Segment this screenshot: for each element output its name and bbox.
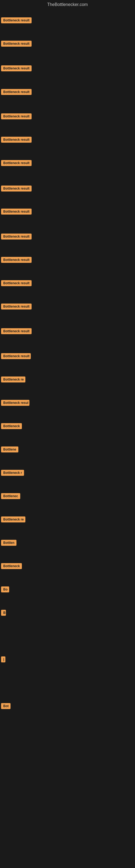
bottleneck-badge-13: Bottleneck result <box>1 328 32 335</box>
badge-label-20: Bottlenec <box>1 493 20 499</box>
bottleneck-badge-5: Bottleneck result <box>1 137 32 144</box>
badge-label-6: Bottleneck result <box>1 160 32 166</box>
bottleneck-badge-7: Bottleneck result <box>1 186 32 193</box>
bottleneck-badge-21: Bottleneck re <box>1 517 26 524</box>
badge-label-7: Bottleneck result <box>1 186 32 191</box>
bottleneck-badge-12: Bottleneck result <box>1 304 32 311</box>
badge-label-17: Bottleneck <box>1 423 22 429</box>
bottleneck-badge-24: Bo <box>1 586 9 593</box>
bottleneck-badge-9: Bottleneck result <box>1 234 32 241</box>
badge-label-1: Bottleneck result <box>1 41 32 46</box>
badge-label-19: Bottleneck r <box>1 470 24 476</box>
bottleneck-badge-8: Bottleneck result <box>1 209 32 216</box>
bottleneck-badge-22: Bottlen <box>1 540 16 547</box>
badge-label-23: Bottleneck <box>1 563 22 569</box>
badge-label-2: Bottleneck result <box>1 65 32 71</box>
badge-label-4: Bottleneck result <box>1 113 32 119</box>
badge-label-22: Bottlen <box>1 540 16 546</box>
badge-label-9: Bottleneck result <box>1 234 32 240</box>
bottleneck-badge-16: Bottleneck resul <box>1 400 30 407</box>
bottleneck-badge-25: B <box>1 610 6 617</box>
badge-label-15: Bottleneck re <box>1 376 26 382</box>
badge-label-3: Bottleneck result <box>1 89 32 95</box>
badge-label-5: Bottleneck result <box>1 137 32 143</box>
badge-label-24: Bo <box>1 586 9 592</box>
badge-label-16: Bottleneck resul <box>1 400 30 406</box>
bottleneck-badge-4: Bottleneck result <box>1 113 32 120</box>
bottleneck-badge-29: Bot <box>1 703 10 710</box>
badge-label-0: Bottleneck result <box>1 18 32 23</box>
badge-label-14: Bottleneck result <box>1 353 31 359</box>
badges-container: Bottleneck resultBottleneck resultBottle… <box>0 10 135 865</box>
bottleneck-badge-15: Bottleneck re <box>1 376 26 383</box>
bottleneck-badge-14: Bottleneck result <box>1 353 31 360</box>
badge-label-21: Bottleneck re <box>1 517 26 522</box>
bottleneck-badge-2: Bottleneck result <box>1 65 32 72</box>
bottleneck-badge-11: Bottleneck result <box>1 280 32 287</box>
badge-label-12: Bottleneck result <box>1 304 32 310</box>
bottleneck-badge-3: Bottleneck result <box>1 89 32 96</box>
badge-label-11: Bottleneck result <box>1 280 32 286</box>
badge-label-8: Bottleneck result <box>1 209 32 215</box>
badge-label-29: Bot <box>1 703 10 709</box>
site-title: TheBottlenecker.com <box>0 0 135 10</box>
bottleneck-badge-1: Bottleneck result <box>1 41 32 48</box>
bottleneck-badge-18: Bottlene <box>1 446 18 454</box>
bottleneck-badge-23: Bottleneck <box>1 563 22 570</box>
badge-label-10: Bottleneck result <box>1 257 32 263</box>
site-title-container: TheBottlenecker.com <box>0 0 135 10</box>
bottleneck-badge-10: Bottleneck result <box>1 257 32 264</box>
badge-label-25: B <box>1 610 6 616</box>
badge-label-27: | <box>1 656 5 662</box>
bottleneck-badge-0: Bottleneck result <box>1 18 32 24</box>
badge-label-13: Bottleneck result <box>1 328 32 334</box>
badge-label-18: Bottlene <box>1 446 18 453</box>
bottleneck-badge-19: Bottleneck r <box>1 470 24 477</box>
bottleneck-badge-17: Bottleneck <box>1 423 22 430</box>
bottleneck-badge-6: Bottleneck result <box>1 160 32 167</box>
bottleneck-badge-20: Bottlenec <box>1 493 20 500</box>
bottleneck-badge-27: | <box>1 656 5 663</box>
